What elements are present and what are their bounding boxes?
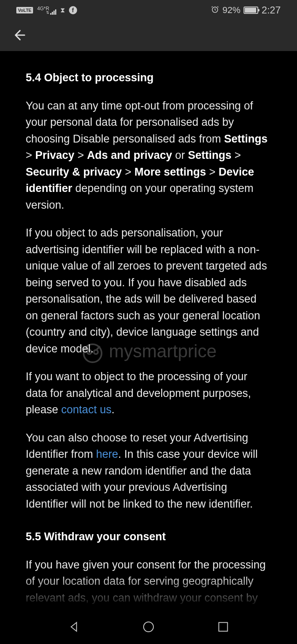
network-indicator: 4G*R [37, 6, 49, 11]
signal-icon [50, 9, 56, 15]
section-5-4-p2: If you object to ads personalisation, yo… [26, 225, 271, 357]
app-bar [0, 20, 297, 51]
battery-percent: 92% [222, 5, 240, 16]
section-5-5-heading: 5.5 Withdraw your consent [26, 528, 271, 545]
section-5-4-p1: You can at any time opt-out from process… [26, 98, 271, 214]
battery-icon [244, 7, 258, 14]
nav-recents-button[interactable] [217, 620, 230, 635]
here-link[interactable]: here [96, 448, 118, 460]
status-right: 92% 2:27 [211, 4, 281, 16]
svg-rect-5 [219, 622, 227, 631]
contact-us-link[interactable]: contact us [61, 403, 111, 416]
hourglass-icon: ⧗ [60, 7, 65, 14]
clock: 2:27 [262, 4, 281, 16]
facebook-icon: f [69, 6, 77, 14]
section-5-4-p4: You can also choose to reset your Advert… [26, 430, 271, 513]
back-button[interactable] [12, 27, 28, 45]
content-scroll[interactable]: 5.4 Object to processing You can at any … [0, 51, 297, 644]
section-5-4-heading: 5.4 Object to processing [26, 69, 271, 86]
svg-point-4 [144, 622, 153, 632]
volte-badge: VoLTE [16, 7, 33, 13]
nav-back-button[interactable] [67, 620, 80, 635]
status-bar: VoLTE 4G*R ⇅ ⧗ f 92% 2:27 [0, 0, 297, 20]
nav-bar [0, 611, 297, 644]
alarm-icon [211, 5, 219, 16]
nav-home-button[interactable] [142, 620, 155, 635]
section-5-4-p3: If you want to object to the processing … [26, 368, 271, 418]
status-left: VoLTE 4G*R ⇅ ⧗ f [16, 6, 77, 15]
